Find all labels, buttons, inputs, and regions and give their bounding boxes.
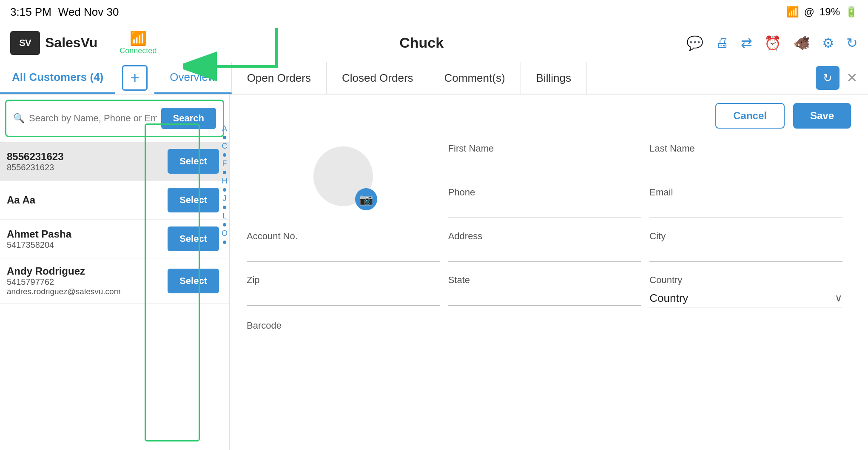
- city-field: City: [649, 226, 851, 270]
- country-select[interactable]: Country: [649, 289, 835, 307]
- refresh-icon-button[interactable]: ↻: [846, 35, 858, 51]
- all-customers-label[interactable]: All Customers (4): [0, 62, 115, 94]
- chat-icon-button[interactable]: 💬: [686, 35, 703, 51]
- state-label: State: [448, 275, 641, 286]
- state-field: State: [448, 270, 650, 316]
- tab-comments[interactable]: Comment(s): [429, 62, 521, 94]
- alpha-dot-1: [223, 136, 226, 139]
- logo-box: SV: [10, 31, 40, 55]
- country-field: Country Country ∨: [649, 270, 851, 316]
- search-icon: 🔍: [13, 113, 25, 124]
- logo-area: SV SalesVu 📶 Connected: [10, 30, 157, 55]
- alpha-h[interactable]: H: [222, 177, 228, 186]
- alpha-a[interactable]: A: [222, 124, 228, 133]
- alpha-dot-7: [223, 241, 226, 244]
- select-customer-button-3[interactable]: Select: [168, 269, 219, 293]
- alpha-c[interactable]: C: [222, 142, 228, 151]
- city-input[interactable]: [649, 245, 842, 262]
- alpha-index: A C F H J L O: [222, 124, 228, 244]
- tab-refresh-button[interactable]: ↻: [816, 66, 840, 90]
- printer-icon-button[interactable]: 🖨: [715, 35, 729, 51]
- alpha-f[interactable]: F: [222, 159, 228, 168]
- customer-email: andres.rodriguez@salesvu.com: [7, 287, 168, 296]
- sync-icon-button[interactable]: ⇄: [741, 35, 752, 51]
- first-name-field: First Name: [448, 139, 650, 183]
- customer-name: Aa Aa: [7, 194, 168, 206]
- wifi-signal-icon: 📶: [130, 30, 147, 46]
- search-input-wrap: 🔍: [13, 113, 157, 124]
- status-date: Wed Nov 30: [58, 6, 119, 19]
- list-item: Ahmet Pasha 5417358204 Select: [0, 220, 229, 258]
- address-input[interactable]: [448, 245, 641, 262]
- customer-name: Andy Rodriguez: [7, 265, 168, 277]
- account-no-field: Account No.: [247, 226, 448, 270]
- first-name-input[interactable]: [448, 158, 641, 174]
- list-item: Andy Rodriguez 5415797762 andres.rodrigu…: [0, 258, 229, 304]
- country-select-wrap: Country ∨: [649, 289, 842, 307]
- select-customer-button-1[interactable]: Select: [168, 188, 219, 212]
- list-item: Aa Aa Select: [0, 181, 229, 220]
- cancel-button[interactable]: Cancel: [715, 103, 785, 129]
- alpha-dot-4: [223, 188, 226, 192]
- select-customer-button-2[interactable]: Select: [168, 226, 219, 251]
- alpha-dot-6: [223, 223, 226, 226]
- close-panel-button[interactable]: ✕: [846, 70, 858, 86]
- customer-form: 📷 First Name Last Name Phone Email: [247, 139, 851, 360]
- piggy-bank-icon-button[interactable]: 🐗: [793, 35, 810, 51]
- address-label: Address: [448, 231, 641, 242]
- last-name-label: Last Name: [649, 143, 842, 154]
- settings-icon-button[interactable]: ⚙: [822, 35, 834, 51]
- customer-info: Aa Aa: [7, 194, 168, 206]
- customer-name: Ahmet Pasha: [7, 228, 168, 240]
- customer-info: 8556231623 8556231623: [7, 151, 168, 172]
- header-bar: SV SalesVu 📶 Connected Chuck 💬 🖨 ⇄ ⏰ 🐗 ⚙…: [0, 24, 868, 62]
- tab-billings[interactable]: Billings: [521, 62, 587, 94]
- customer-phone: 8556231623: [7, 163, 168, 172]
- alpha-o[interactable]: O: [222, 229, 228, 238]
- avatar-area: 📷: [247, 139, 448, 226]
- status-bar: 3:15 PM Wed Nov 30 📶 @ 19% 🔋: [0, 0, 868, 24]
- search-input[interactable]: [29, 113, 157, 124]
- phone-field: Phone: [448, 183, 650, 226]
- add-customer-button[interactable]: +: [122, 65, 148, 91]
- logo-text: SV: [19, 37, 31, 49]
- list-item: 8556231623 8556231623 Select: [0, 142, 229, 181]
- header-title: Chuck: [157, 34, 686, 51]
- state-input[interactable]: [448, 289, 641, 306]
- alpha-l[interactable]: L: [222, 212, 228, 221]
- barcode-label: Barcode: [247, 320, 440, 331]
- barcode-input[interactable]: [247, 335, 440, 351]
- at-symbol: @: [804, 6, 814, 18]
- email-label: Email: [649, 187, 842, 198]
- save-button[interactable]: Save: [793, 103, 851, 129]
- search-button[interactable]: Search: [161, 108, 216, 129]
- camera-button[interactable]: 📷: [355, 188, 377, 210]
- phone-label: Phone: [448, 187, 641, 198]
- email-field: Email: [649, 183, 851, 226]
- tab-closed-orders[interactable]: Closed Orders: [327, 62, 429, 94]
- customer-list: 8556231623 8556231623 Select Aa Aa Selec…: [0, 142, 229, 450]
- left-panel: 🔍 Search 8556231623 8556231623 Select Aa…: [0, 95, 230, 450]
- phone-input[interactable]: [448, 201, 641, 218]
- tab-open-orders[interactable]: Open Orders: [232, 62, 327, 94]
- email-input[interactable]: [649, 201, 842, 218]
- alpha-dot-2: [223, 153, 226, 157]
- zip-input[interactable]: [247, 289, 440, 306]
- last-name-field: Last Name: [649, 139, 851, 183]
- tab-overview[interactable]: Overview: [154, 62, 231, 94]
- address-field: Address: [448, 226, 650, 270]
- header-icons: 💬 🖨 ⇄ ⏰ 🐗 ⚙ ↻: [686, 35, 858, 51]
- customer-phone: 5415797762: [7, 277, 168, 287]
- alpha-dot-5: [223, 206, 226, 209]
- right-panel: Cancel Save 📷 First Name Last Name: [230, 95, 868, 450]
- country-label: Country: [649, 275, 842, 286]
- app-name: SalesVu: [45, 35, 97, 51]
- status-time: 3:15 PM: [10, 6, 51, 19]
- account-no-input[interactable]: [247, 245, 440, 262]
- select-customer-button-0[interactable]: Select: [168, 149, 219, 174]
- customer-name: 8556231623: [7, 151, 168, 163]
- alpha-j[interactable]: J: [222, 194, 228, 203]
- chevron-down-icon: ∨: [835, 292, 842, 304]
- last-name-input[interactable]: [649, 158, 842, 174]
- clock-icon-button[interactable]: ⏰: [764, 35, 781, 51]
